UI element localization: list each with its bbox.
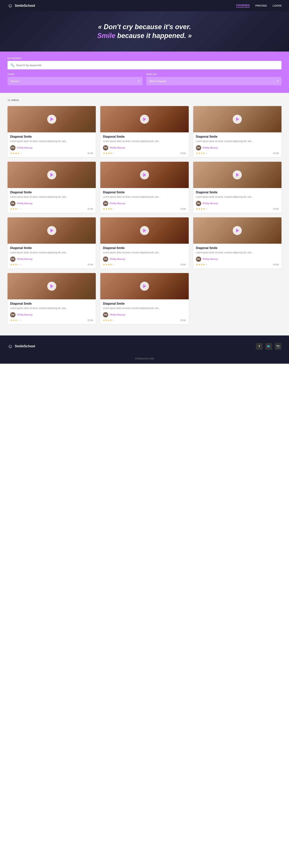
- twitter-icon[interactable]: 🐦: [265, 343, 272, 350]
- instagram-icon[interactable]: 📷: [275, 343, 282, 350]
- star-filled: ★: [10, 152, 12, 155]
- star-rating: ★★★★★: [103, 208, 115, 210]
- play-button[interactable]: [233, 226, 242, 235]
- play-button[interactable]: [140, 170, 149, 179]
- star-filled: ★: [110, 208, 112, 210]
- video-description: Lorem ipsum dolor sit amet, consect adip…: [10, 307, 93, 310]
- author-avatar: PM: [10, 256, 16, 262]
- play-triangle-icon: [143, 117, 146, 121]
- play-button[interactable]: [47, 226, 56, 235]
- video-duration: 8 min: [88, 319, 93, 321]
- video-card[interactable]: Diagonal Smile Lorem ipsum dolor sit ame…: [7, 106, 96, 157]
- topic-select-wrapper: Novice Intermediate Advanced: [7, 77, 143, 85]
- star-filled: ★: [18, 152, 20, 155]
- play-button[interactable]: [47, 115, 56, 124]
- video-card[interactable]: Diagonal Smile Lorem ipsum dolor sit ame…: [100, 217, 189, 269]
- author-row: PM Phillip Massey: [103, 256, 186, 262]
- author-avatar: PM: [103, 201, 108, 206]
- copyright-text: ©Smileschool 2020: [135, 357, 154, 360]
- sortby-select-wrapper: Most Popular Newest Rating: [146, 77, 282, 85]
- video-card[interactable]: Diagonal Smile Lorem ipsum dolor sit ame…: [7, 217, 96, 269]
- video-thumbnail: [7, 106, 96, 132]
- video-duration: 8 min: [273, 152, 279, 155]
- play-button[interactable]: [140, 282, 149, 291]
- rating-row: ★★★★★ 8 min: [103, 152, 186, 155]
- star-filled: ★: [15, 263, 17, 266]
- author-avatar: PM: [103, 145, 108, 150]
- star-filled: ★: [12, 263, 15, 266]
- author-name: Phillip Massey: [110, 313, 125, 316]
- star-filled: ★: [15, 208, 17, 210]
- video-thumbnail: [100, 273, 189, 299]
- sortby-filter-group: SORT BY Most Popular Newest Rating: [146, 73, 282, 85]
- nav-courses[interactable]: COURSES: [236, 4, 250, 7]
- star-rating: ★★★★★: [103, 263, 115, 266]
- play-button[interactable]: [140, 115, 149, 124]
- star-filled: ★: [196, 208, 198, 210]
- star-empty: ★: [18, 319, 20, 321]
- video-card[interactable]: Diagonal Smile Lorem ipsum dolor sit ame…: [7, 162, 96, 213]
- video-thumbnail: [100, 106, 189, 132]
- footer-copyright: ©Smileschool 2020: [0, 357, 289, 364]
- author-avatar: PM: [10, 312, 16, 317]
- video-title: Diagonal Smile: [10, 135, 93, 138]
- video-card[interactable]: Diagonal Smile Lorem ipsum dolor sit ame…: [100, 162, 189, 213]
- hero-line2-suffix: because it happened. »: [115, 32, 192, 39]
- video-info: Diagonal Smile Lorem ipsum dolor sit ame…: [7, 188, 96, 213]
- star-filled: ★: [110, 152, 112, 155]
- video-title: Diagonal Smile: [196, 246, 279, 250]
- hero-line1: « Don't cry because it's over.: [98, 23, 191, 31]
- rating-row: ★★★★★ 8 min: [10, 208, 93, 210]
- video-thumbnail: [7, 273, 96, 299]
- sortby-select[interactable]: Most Popular Newest Rating: [146, 77, 282, 85]
- video-info: Diagonal Smile Lorem ipsum dolor sit ame…: [100, 299, 189, 324]
- video-info: Diagonal Smile Lorem ipsum dolor sit ame…: [193, 244, 282, 269]
- filter-section: KEYWORDS 🔍 TOPIC Novice Intermediate Adv…: [0, 52, 289, 93]
- star-filled: ★: [105, 208, 108, 210]
- star-filled: ★: [201, 208, 203, 210]
- star-filled: ★: [15, 319, 17, 321]
- star-filled: ★: [198, 152, 200, 155]
- rating-row: ★★★★★ 8 min: [10, 319, 93, 321]
- play-button[interactable]: [140, 226, 149, 235]
- logo-text: SmileSchool: [15, 4, 35, 8]
- play-button[interactable]: [233, 170, 242, 179]
- play-triangle-icon: [143, 284, 146, 288]
- nav-pricing[interactable]: PRICING: [255, 4, 267, 7]
- author-row: PM Phillip Massey: [103, 312, 186, 317]
- video-card[interactable]: Diagonal Smile Lorem ipsum dolor sit ame…: [193, 162, 282, 213]
- logo[interactable]: ☺ SmileSchool: [7, 3, 35, 9]
- play-button[interactable]: [233, 115, 242, 124]
- star-filled: ★: [10, 319, 12, 321]
- video-description: Lorem ipsum dolor sit amet, consect adip…: [103, 140, 186, 143]
- search-input[interactable]: [7, 61, 282, 69]
- video-duration: 8 min: [88, 152, 93, 155]
- rating-row: ★★★★★ 8 min: [10, 152, 93, 155]
- video-thumbnail: [193, 106, 282, 132]
- footer-logo-icon: ☺: [7, 343, 13, 349]
- star-filled: ★: [12, 319, 15, 321]
- play-button[interactable]: [47, 170, 56, 179]
- play-button[interactable]: [47, 282, 56, 291]
- topic-select[interactable]: Novice Intermediate Advanced: [7, 77, 143, 85]
- hero-smile-word: Smile: [97, 32, 115, 39]
- video-description: Lorem ipsum dolor sit amet, consect adip…: [196, 195, 279, 198]
- rating-row: ★★★★★ 8 min: [103, 208, 186, 210]
- star-filled: ★: [196, 263, 198, 266]
- video-card[interactable]: Diagonal Smile Lorem ipsum dolor sit ame…: [100, 106, 189, 157]
- video-thumbnail: [7, 217, 96, 244]
- play-triangle-icon: [143, 173, 146, 177]
- video-card[interactable]: Diagonal Smile Lorem ipsum dolor sit ame…: [7, 273, 96, 324]
- video-duration: 8 min: [180, 319, 186, 321]
- author-row: PM Phillip Massey: [196, 145, 279, 150]
- nav-login[interactable]: LOGIN: [272, 4, 282, 7]
- footer-logo[interactable]: ☺ SmileSchool: [7, 343, 35, 349]
- video-description: Lorem ipsum dolor sit amet, consect adip…: [10, 140, 93, 143]
- facebook-icon[interactable]: f: [256, 343, 263, 350]
- video-card[interactable]: Diagonal Smile Lorem ipsum dolor sit ame…: [193, 217, 282, 269]
- star-filled: ★: [103, 263, 105, 266]
- author-avatar: PM: [196, 145, 201, 150]
- video-card[interactable]: Diagonal Smile Lorem ipsum dolor sit ame…: [193, 106, 282, 157]
- author-avatar: PM: [196, 201, 201, 206]
- video-card[interactable]: Diagonal Smile Lorem ipsum dolor sit ame…: [100, 273, 189, 324]
